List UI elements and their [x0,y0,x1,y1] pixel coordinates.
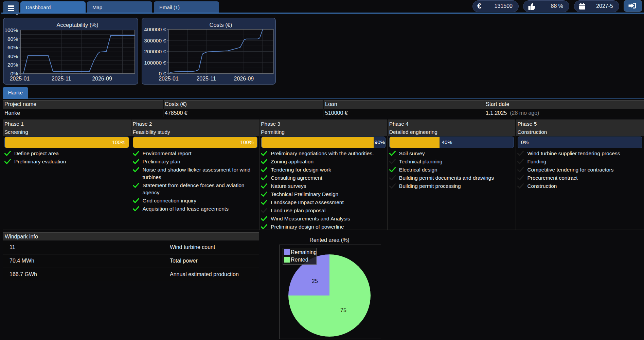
svg-text:2025-11: 2025-11 [196,76,216,82]
svg-text:75: 75 [340,307,346,313]
svg-text:100000 €: 100000 € [144,59,166,65]
svg-text:2025-11: 2025-11 [52,76,71,82]
svg-text:300000 €: 300000 € [144,37,166,43]
svg-text:80%: 80% [7,36,18,41]
svg-text:200000 €: 200000 € [144,49,166,54]
svg-text:2025-01: 2025-01 [10,76,30,82]
svg-text:20%: 20% [7,62,18,68]
svg-text:40%: 40% [7,53,18,59]
svg-text:2025-01: 2025-01 [159,76,179,82]
svg-text:400000 €: 400000 € [144,26,166,32]
svg-text:25: 25 [312,278,318,284]
svg-text:100%: 100% [4,27,18,33]
svg-text:60%: 60% [7,44,18,50]
svg-text:2026-09: 2026-09 [92,76,112,82]
svg-text:Costs (€): Costs (€) [210,22,232,28]
svg-text:Acceptability (%): Acceptability (%) [57,22,99,28]
svg-text:2026-09: 2026-09 [234,76,254,82]
